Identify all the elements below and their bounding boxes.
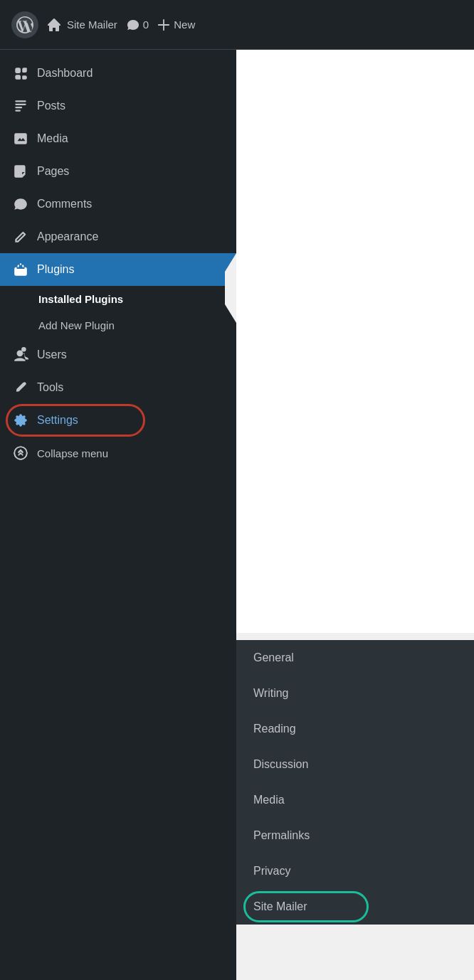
sidebar-item-posts[interactable]: Posts [0, 90, 236, 122]
tools-icon [13, 380, 28, 395]
sidebar-item-dashboard[interactable]: Dashboard [0, 57, 236, 90]
sidebar-item-settings-wrapper: Settings [0, 404, 236, 437]
top-bar: Site Mailer 0 New [0, 0, 474, 50]
collapse-icon [13, 445, 28, 461]
appearance-label: Appearance [37, 230, 98, 243]
appearance-icon [13, 229, 28, 245]
comments-count: 0 [143, 18, 149, 31]
pages-label: Pages [37, 165, 69, 178]
dashboard-icon [13, 65, 28, 81]
new-button[interactable]: New [157, 18, 195, 31]
comments-label: Comments [37, 198, 92, 211]
submenu-add-new-plugin[interactable]: Add New Plugin [0, 312, 236, 339]
collapse-label: Collapse menu [37, 447, 108, 459]
home-icon [47, 18, 61, 32]
wp-icon [16, 16, 33, 33]
users-icon [13, 347, 28, 363]
settings-sub-writing[interactable]: Writing [236, 676, 474, 711]
sidebar-item-comments[interactable]: Comments [0, 188, 236, 220]
settings-sub-media[interactable]: Media [236, 782, 474, 818]
dashboard-label: Dashboard [37, 67, 93, 80]
settings-icon [13, 412, 28, 428]
sidebar-item-pages[interactable]: Pages [0, 155, 236, 188]
media-icon [13, 131, 28, 147]
posts-label: Posts [37, 100, 65, 112]
settings-sub-permalinks[interactable]: Permalinks [236, 818, 474, 853]
new-label: New [174, 18, 195, 31]
settings-sub-site-mailer[interactable]: Site Mailer [236, 889, 474, 925]
site-home-link[interactable]: Site Mailer [47, 18, 117, 32]
sidebar-item-settings[interactable]: Settings [0, 404, 236, 437]
settings-sub-discussion[interactable]: Discussion [236, 747, 474, 782]
site-name-text: Site Mailer [67, 18, 117, 31]
comments-menu-icon [13, 196, 28, 212]
site-mailer-label: Site Mailer [253, 900, 307, 912]
settings-sub-reading[interactable]: Reading [236, 711, 474, 747]
settings-sub-general[interactable]: General [236, 640, 474, 676]
media-label: Media [37, 132, 68, 145]
sidebar-item-appearance[interactable]: Appearance [0, 220, 236, 253]
plus-icon [157, 18, 170, 31]
settings-submenu-panel: General Writing Reading Discussion Media… [236, 640, 474, 925]
users-label: Users [37, 348, 67, 361]
sidebar: Dashboard Posts Media Pages [0, 50, 236, 980]
settings-sub-privacy[interactable]: Privacy [236, 853, 474, 889]
wordpress-logo[interactable] [11, 11, 38, 38]
sidebar-item-tools[interactable]: Tools [0, 371, 236, 404]
settings-label: Settings [37, 414, 78, 427]
comments-link[interactable]: 0 [126, 18, 149, 32]
sidebar-item-plugins[interactable]: Plugins [0, 253, 236, 286]
submenu-installed-plugins[interactable]: Installed Plugins [0, 286, 236, 312]
sidebar-item-users[interactable]: Users [0, 339, 236, 371]
tools-label: Tools [37, 381, 63, 394]
plugins-icon [13, 262, 28, 277]
posts-icon [13, 98, 28, 114]
main-white-area [236, 50, 474, 633]
comments-icon [126, 18, 140, 32]
plugins-label: Plugins [37, 263, 74, 276]
pages-icon [13, 164, 28, 179]
sidebar-item-media[interactable]: Media [0, 122, 236, 155]
collapse-menu[interactable]: Collapse menu [0, 437, 236, 469]
